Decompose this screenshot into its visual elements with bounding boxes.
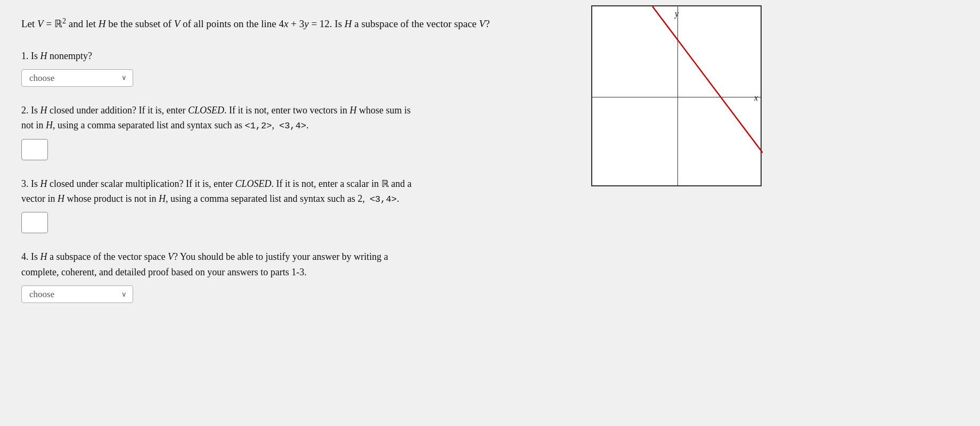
intro-paragraph: Let V = ℝ2 and let H be the subset of V … [21,15,565,32]
question-4-block: 4. Is H a subspace of the vector space V… [21,249,565,303]
question-2-block: 2. Is H closed under addition? If it is,… [21,103,565,160]
intro-text: Let V = ℝ2 and let H be the subset of V … [21,18,490,29]
graph-svg [592,6,763,187]
graph-container: y x [586,0,767,192]
question-2-label: 2. Is H closed under addition? If it is,… [21,103,565,134]
q3-input[interactable] [21,212,48,233]
question-1-label: 1. Is H nonempty? [21,48,565,64]
q2-number: 2. [21,105,29,116]
q1-number: 1. [21,51,29,61]
question-1-block: 1. Is H nonempty? choose YES NO ∨ [21,48,565,87]
q2-input[interactable] [21,139,48,160]
main-content: Let V = ℝ2 and let H be the subset of V … [0,0,586,334]
q4-select[interactable]: choose YES NO [21,285,133,303]
q3-number: 3. [21,178,29,189]
question-3-label: 3. Is H closed under scalar multiplicati… [21,176,565,207]
line-graph [652,6,763,153]
q4-select-wrapper[interactable]: choose YES NO ∨ [21,285,133,303]
q1-select[interactable]: choose YES NO [21,69,133,87]
q4-number: 4. [21,251,29,262]
question-4-label: 4. Is H a subspace of the vector space V… [21,249,565,280]
q1-select-wrapper[interactable]: choose YES NO ∨ [21,69,133,87]
graph-box: y x [591,5,762,186]
question-3-block: 3. Is H closed under scalar multiplicati… [21,176,565,234]
